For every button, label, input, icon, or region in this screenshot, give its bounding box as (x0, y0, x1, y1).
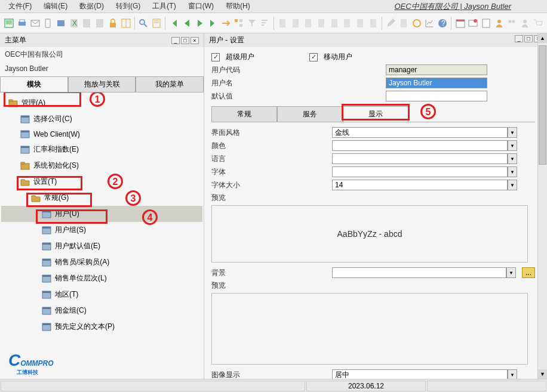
combo-color[interactable] (332, 140, 508, 151)
sms-icon[interactable] (42, 17, 54, 29)
doc7-icon[interactable] (355, 17, 366, 29)
preview-icon[interactable] (4, 17, 15, 29)
tab-mymenu[interactable]: 我的菜单 (136, 76, 204, 92)
menu-file[interactable]: 文件(F) (2, 0, 38, 13)
scroll-thumb[interactable] (539, 45, 546, 165)
left-close-icon[interactable]: × (190, 37, 199, 44)
chevron-down-icon[interactable]: ▼ (508, 166, 517, 177)
cb-mobileuser[interactable] (309, 53, 318, 61)
tree-userdefaults[interactable]: 用户默认值(E) (1, 238, 202, 254)
menu-goto[interactable]: 转到(G) (110, 0, 146, 13)
sort-icon[interactable] (259, 17, 271, 29)
svg-rect-60 (42, 259, 51, 261)
prev-icon[interactable] (182, 17, 193, 29)
tree-general[interactable]: 常规(G) (1, 190, 202, 206)
user-icon[interactable] (520, 17, 531, 29)
menu-help[interactable]: 帮助(H) (220, 0, 256, 13)
tree-web-client[interactable]: Web Client(W) (1, 127, 202, 141)
chevron-down-icon[interactable]: ▼ (508, 127, 517, 138)
scroll-up-icon[interactable]: ▲ (538, 33, 547, 43)
input-default[interactable] (386, 91, 487, 101)
doc6-icon[interactable] (342, 17, 353, 29)
lock-icon[interactable] (107, 17, 119, 29)
doc8-icon[interactable] (367, 17, 379, 29)
edit-icon[interactable] (385, 17, 397, 29)
chevron-down-icon[interactable]: ▼ (508, 153, 517, 164)
combo-imgdisp[interactable] (332, 369, 508, 379)
menu-edit[interactable]: 编辑(E) (38, 0, 73, 13)
right-max-icon[interactable]: □ (524, 35, 533, 42)
left-max-icon[interactable]: □ (181, 37, 189, 44)
input-username[interactable] (386, 78, 487, 88)
tree-salesbuyer[interactable]: 销售员/采购员(A) (1, 254, 202, 270)
scroll-down-icon[interactable]: ▼ (538, 369, 547, 379)
left-min-icon[interactable]: _ (171, 37, 180, 44)
tree-predeftext[interactable]: 预先定义的文本(P) (1, 319, 202, 335)
menu-tools[interactable]: 工具(T) (146, 0, 182, 13)
layout-icon[interactable] (120, 17, 131, 29)
doc1-icon[interactable] (277, 17, 288, 29)
form-icon[interactable] (151, 17, 162, 29)
new-icon[interactable] (398, 17, 410, 29)
combo-font[interactable] (332, 166, 508, 177)
browse-button[interactable]: ... (522, 267, 535, 278)
doc4-icon[interactable] (316, 17, 327, 29)
next-icon[interactable] (195, 17, 206, 29)
chevron-down-icon[interactable]: ▼ (508, 369, 517, 379)
tree-choose-company[interactable]: 选择公司(C) (1, 111, 202, 127)
cart-icon[interactable] (533, 17, 544, 29)
settings-icon[interactable] (411, 17, 422, 29)
tree-setup[interactable]: 设置(T) (1, 174, 202, 190)
tree-icon[interactable] (233, 17, 245, 29)
combo-style[interactable] (332, 127, 508, 138)
enter-icon[interactable] (220, 17, 232, 29)
tree-exchange[interactable]: 汇率和指数(E) (1, 141, 202, 158)
cb-superuser[interactable] (211, 53, 220, 61)
cal-icon[interactable] (454, 17, 466, 29)
mail-icon[interactable] (29, 17, 41, 29)
tab-modules[interactable]: 模块 (0, 76, 68, 92)
group-icon[interactable] (506, 17, 518, 29)
doc3-icon[interactable] (303, 17, 314, 29)
pdf-icon[interactable] (94, 17, 106, 29)
doc5-icon[interactable] (328, 17, 340, 29)
combo-fontsize[interactable] (332, 180, 508, 190)
chevron-down-icon[interactable]: ▼ (508, 180, 517, 190)
menu-window[interactable]: 窗口(W) (182, 0, 220, 13)
filter-icon[interactable] (246, 17, 257, 29)
tree-users[interactable]: 用户(U) (1, 206, 202, 222)
help-icon[interactable]: ? (437, 17, 448, 29)
combo-bg[interactable] (332, 267, 506, 278)
tree-usergroups[interactable]: 用户组(S) (1, 222, 202, 238)
fax-icon[interactable] (56, 17, 67, 29)
chevron-down-icon[interactable]: ▼ (508, 140, 517, 151)
subtab-display[interactable]: 显示 (343, 106, 408, 122)
tree-commgroup[interactable]: 佣金组(C) (1, 303, 202, 319)
last-icon[interactable] (207, 17, 219, 29)
input-usercode[interactable] (386, 64, 487, 75)
tree-admin[interactable]: 管理(A) (1, 95, 202, 111)
chevron-down-icon[interactable]: ▼ (506, 267, 516, 278)
inbox-icon[interactable] (468, 17, 479, 29)
svg-rect-6 (57, 20, 64, 26)
combo-lang[interactable] (332, 153, 508, 164)
tab-dragdrop[interactable]: 拖放与关联 (68, 76, 136, 92)
find-icon[interactable] (138, 17, 149, 29)
word-icon[interactable] (81, 17, 93, 29)
print-icon[interactable] (17, 17, 28, 29)
tree-region[interactable]: 地区(T) (1, 286, 202, 303)
tree-saleshier[interactable]: 销售单位层次(L) (1, 270, 202, 286)
right-min-icon[interactable]: _ (515, 35, 523, 42)
doc2-icon[interactable] (290, 17, 301, 29)
task-icon[interactable] (481, 17, 492, 29)
subtab-general[interactable]: 常规 (211, 106, 277, 122)
excel-icon[interactable]: X (68, 17, 79, 29)
first-icon[interactable] (168, 17, 180, 29)
partner-icon[interactable] (493, 17, 505, 29)
scrollbar[interactable]: ▲ ▼ (537, 33, 547, 379)
subtab-service[interactable]: 服务 (277, 106, 343, 122)
tree-sysinit[interactable]: 系统初始化(S) (1, 158, 202, 174)
graph-icon[interactable] (424, 17, 435, 29)
lbl-imgdisp: 图像显示 (211, 370, 289, 379)
menu-data[interactable]: 数据(D) (73, 0, 110, 13)
